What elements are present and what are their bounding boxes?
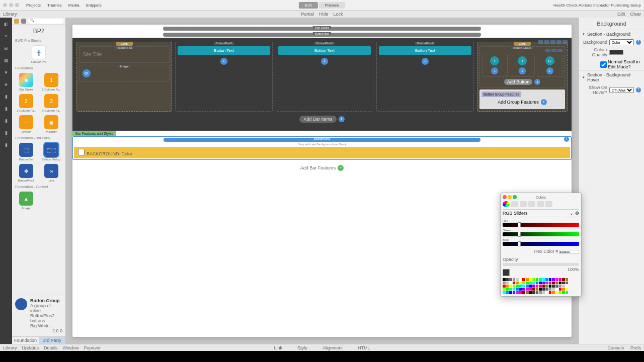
stack-button-bar[interactable]: ⬚Button Bar: [15, 143, 37, 161]
color-picker[interactable]: Colors RGB Sliders⌄ ⚙ Red 51 Green 51 Bl…: [500, 193, 582, 297]
close-icon[interactable]: [3, 3, 7, 7]
stack-1col[interactable]: 11 Column Fo..: [40, 73, 62, 91]
menu-inspector[interactable]: Inspector: [593, 3, 610, 8]
stack-site-styles[interactable]: ❀Site Styles: [15, 73, 37, 91]
bottom-updates[interactable]: Updates: [22, 345, 39, 350]
site-styles-bar[interactable]: Site Styles: [163, 27, 481, 31]
cp-mode-select[interactable]: RGB Sliders⌄ ⚙: [503, 209, 579, 217]
opacity-slider[interactable]: [503, 263, 579, 266]
social-button[interactable]: t+: [482, 54, 508, 77]
heart-icon[interactable]: ♥: [3, 69, 10, 76]
stack-icon[interactable]: ≡: [3, 33, 10, 40]
filter-icon[interactable]: [14, 19, 19, 24]
scroll-checkbox[interactable]: [600, 61, 607, 68]
add-icon[interactable]: +: [422, 58, 429, 65]
cube-icon[interactable]: ◧: [3, 21, 10, 28]
button-text[interactable]: Button Text: [278, 46, 371, 55]
filter-icon[interactable]: [21, 19, 26, 24]
star-icon[interactable]: ★: [3, 81, 10, 88]
folder-icon[interactable]: ▮: [3, 129, 10, 136]
cp-crayons-icon[interactable]: [537, 201, 544, 207]
stack-link[interactable]: ∞Link: [40, 164, 62, 182]
social-button[interactable]: G+: [537, 54, 562, 77]
stack-2col[interactable]: 22 Column Fo..: [15, 94, 37, 112]
add-group-features[interactable]: Add Group Features+: [481, 97, 563, 107]
lib-tab-3rdparty[interactable]: 3rd Party: [39, 337, 65, 344]
folder-icon[interactable]: ▮: [3, 141, 10, 148]
header-pro-box[interactable]: Header Pro Site Title: [79, 46, 170, 63]
help-icon[interactable]: ?: [636, 40, 641, 45]
stack-button-group[interactable]: ⬚⬚Button Group: [40, 143, 62, 161]
background-section[interactable]: i Background Only add one Background per…: [72, 136, 572, 160]
zone-right[interactable]: Zone Button Group t+ f+ G+ Add Button+: [477, 42, 568, 112]
add-icon[interactable]: ⟳: [83, 69, 91, 77]
color-swatches[interactable]: [503, 278, 568, 294]
zone-left[interactable]: Zone Header Pro Site Title Image ⟳: [76, 42, 172, 112]
buttonplus2-1[interactable]: ButtonPlus2 Button Text +: [175, 42, 273, 112]
folder-icon[interactable]: ▮: [3, 93, 10, 100]
toolbar-partial[interactable]: Partial: [301, 12, 314, 17]
social-button[interactable]: f+: [510, 54, 535, 77]
cp-palette-icon[interactable]: [520, 201, 527, 207]
mode-edit[interactable]: Edit: [299, 2, 318, 9]
section-background-hover[interactable]: ▼Section - Background Hover: [579, 71, 644, 84]
stack-visibility[interactable]: ◉Visibility: [40, 115, 62, 133]
blue-slider[interactable]: Blue 51: [503, 238, 579, 246]
tab-themes[interactable]: Themes: [44, 2, 65, 9]
add-icon[interactable]: +: [321, 58, 328, 65]
toolbar-lock[interactable]: Lock: [334, 12, 343, 17]
buttonplus2-3[interactable]: ButtonPlus2 Button Text +: [376, 42, 474, 112]
menu-publishing[interactable]: Publishing Setup: [611, 3, 641, 8]
toolbar-hide[interactable]: Hide: [319, 12, 329, 17]
menu-addons[interactable]: Addons: [579, 3, 592, 8]
add-button[interactable]: Add Button+: [482, 79, 562, 85]
bottom-link[interactable]: Link: [274, 345, 282, 350]
bg-color-row[interactable]: BACKGROUND: Color: [74, 147, 570, 158]
button-group-features[interactable]: Button Group Features Add Group Features…: [479, 89, 565, 109]
stack-3col[interactable]: 33 Column Fo..: [40, 94, 62, 112]
help-icon[interactable]: ?: [636, 87, 641, 93]
zoom-icon[interactable]: [15, 3, 19, 7]
toolbar-edit[interactable]: Edit: [617, 12, 625, 17]
bottom-html[interactable]: HTML: [358, 345, 370, 350]
buttonplus2-2[interactable]: ButtonPlus2 Button Text +: [276, 42, 373, 112]
cp-spectrum-icon[interactable]: [528, 201, 535, 207]
grid-icon[interactable]: ⊞: [3, 45, 10, 52]
tab-media[interactable]: Media: [65, 2, 83, 9]
hex-input[interactable]: [559, 250, 579, 254]
add-bar-features[interactable]: Add Bar Features+: [72, 160, 572, 176]
folder-icon[interactable]: ▮: [3, 105, 10, 112]
stack-image[interactable]: ▲Image: [15, 192, 37, 210]
bottom-style[interactable]: Style: [297, 345, 307, 350]
bg-checkbox[interactable]: [78, 149, 85, 155]
bar-features-tab[interactable]: Bar Features and Styles: [72, 131, 116, 136]
minimize-icon[interactable]: [9, 3, 13, 7]
bottom-details[interactable]: Details: [44, 345, 58, 350]
button-group[interactable]: Button Group t+ f+ G+ Add Button+: [479, 46, 565, 87]
current-color-swatch[interactable]: [503, 269, 510, 276]
bottom-popover[interactable]: Popover: [84, 345, 101, 350]
folder-icon[interactable]: ▮: [3, 117, 10, 124]
button-text[interactable]: Button Text: [178, 46, 270, 55]
menu-health[interactable]: Health Check: [553, 3, 578, 8]
cp-sliders-icon[interactable]: [511, 201, 518, 207]
add-icon[interactable]: +: [220, 58, 227, 65]
button-bar-bar[interactable]: Button Bar: [163, 33, 481, 37]
image-icon[interactable]: ▦: [3, 57, 10, 64]
site-title-text[interactable]: Site Title: [83, 50, 166, 59]
toolbar-library[interactable]: Library: [3, 12, 17, 17]
toolbar-clear[interactable]: Clear: [630, 12, 641, 17]
tab-snippets[interactable]: Snippets: [83, 2, 105, 9]
bg-select[interactable]: Color: [609, 39, 634, 45]
tab-projects[interactable]: Projects: [23, 2, 44, 9]
green-slider[interactable]: Green 51: [503, 229, 579, 236]
hover-select[interactable]: Off (Always show background): [609, 87, 634, 93]
search-input[interactable]: 🔍: [28, 19, 63, 24]
info-icon[interactable]: i: [564, 137, 569, 142]
bottom-alignment[interactable]: Alignment: [323, 345, 343, 350]
section-background[interactable]: ▼Section - Background: [579, 30, 644, 38]
color-swatch[interactable]: [609, 50, 623, 55]
image-box[interactable]: Image ⟳: [79, 65, 170, 82]
bottom-console[interactable]: Console: [607, 345, 624, 350]
stack-buttonplus2[interactable]: ✥ButtonPlus2: [15, 164, 37, 182]
